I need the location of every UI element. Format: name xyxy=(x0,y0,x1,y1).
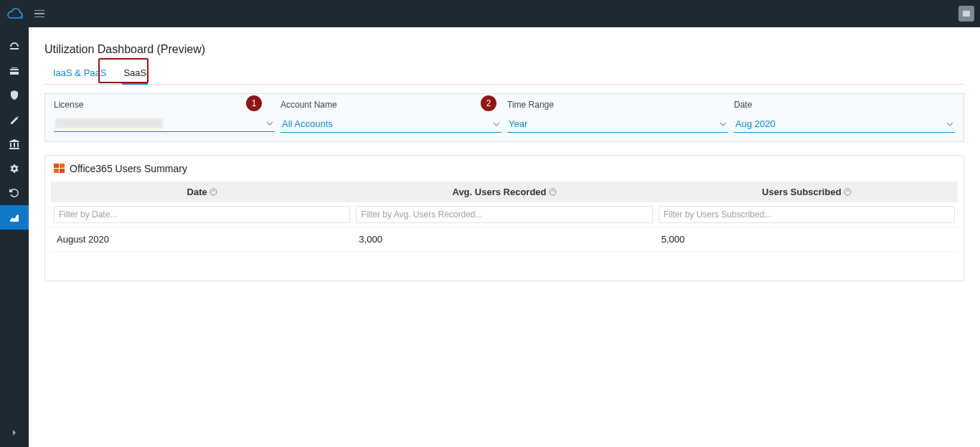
svg-rect-1 xyxy=(963,11,970,17)
table-spacer xyxy=(51,252,958,276)
cell-avg-users: 3,000 xyxy=(353,227,655,252)
filter-users-subscribed-input[interactable] xyxy=(659,206,955,223)
filter-date-label: Date xyxy=(734,100,955,110)
sidebar-item-settings[interactable] xyxy=(0,156,29,181)
main-content: Utilization Dashboard (Preview) IaaS & P… xyxy=(29,27,980,447)
tabs: IaaS & PaaS SaaS xyxy=(44,63,964,85)
filter-account-select[interactable]: All Accounts xyxy=(281,117,501,133)
sidebar-expand[interactable] xyxy=(0,428,29,437)
chevron-down-icon xyxy=(266,120,273,127)
chevron-down-icon xyxy=(493,121,500,128)
topbar xyxy=(0,0,980,27)
sort-icon xyxy=(209,188,217,196)
filter-timerange-label: Time Range xyxy=(507,100,728,110)
card-office365-summary: Office365 Users Summary Date Avg. Users … xyxy=(44,155,964,281)
svg-rect-4 xyxy=(54,169,59,173)
tab-saas[interactable]: SaaS xyxy=(115,63,155,84)
filter-license-value xyxy=(55,118,163,128)
filter-account-value: All Accounts xyxy=(282,118,333,129)
app-logo-icon xyxy=(6,7,24,20)
svg-rect-3 xyxy=(60,164,65,168)
callout-2: 2 xyxy=(481,95,496,111)
filter-date-input[interactable] xyxy=(54,206,350,223)
col-date-header[interactable]: Date xyxy=(51,182,353,202)
sidebar-item-history[interactable] xyxy=(0,181,29,205)
sidebar-item-dashboard[interactable] xyxy=(0,34,29,59)
filter-license-label: License xyxy=(54,100,275,110)
sidebar-item-accounts[interactable] xyxy=(0,59,29,83)
sidebar-item-security[interactable] xyxy=(0,83,29,108)
filter-timerange-select[interactable]: Year xyxy=(507,117,728,133)
filter-license-select[interactable] xyxy=(54,117,275,132)
card-title: Office365 Users Summary xyxy=(54,163,958,174)
filter-timerange-value: Year xyxy=(509,118,527,129)
filter-bar: 1 2 License Account Name All Accounts Ti… xyxy=(44,93,964,142)
page-title: Utilization Dashboard (Preview) xyxy=(44,43,964,56)
table-row: August 2020 3,000 5,000 xyxy=(51,227,958,252)
filter-avg-users-input[interactable] xyxy=(356,206,652,223)
col-users-subscribed-header[interactable]: Users Subscribed xyxy=(656,182,958,202)
office365-icon xyxy=(54,164,65,174)
sidebar xyxy=(0,27,29,447)
svg-rect-2 xyxy=(54,164,59,168)
table-filter-row xyxy=(51,202,958,227)
filter-account-label: Account Name xyxy=(281,100,501,110)
sidebar-item-analytics[interactable] xyxy=(0,205,29,230)
svg-point-0 xyxy=(20,16,23,19)
filter-date-select[interactable]: Aug 2020 xyxy=(734,117,955,133)
sidebar-item-policies[interactable] xyxy=(0,108,29,132)
sort-icon xyxy=(549,188,557,196)
user-avatar[interactable] xyxy=(958,6,974,22)
chevron-down-icon xyxy=(946,121,953,128)
cell-users-subscribed: 5,000 xyxy=(656,227,958,252)
menu-toggle-icon[interactable] xyxy=(32,7,47,21)
svg-rect-5 xyxy=(60,169,65,173)
col-avg-users-header[interactable]: Avg. Users Recorded xyxy=(353,182,655,202)
summary-table: Date Avg. Users Recorded Users Subscribe… xyxy=(51,182,958,276)
sort-icon xyxy=(844,188,852,196)
sidebar-item-governance[interactable] xyxy=(0,132,29,156)
tab-iaas-paas[interactable]: IaaS & PaaS xyxy=(44,63,115,84)
card-title-text: Office365 Users Summary xyxy=(70,163,187,174)
cell-date: August 2020 xyxy=(51,227,353,252)
callout-1: 1 xyxy=(246,95,262,111)
chevron-down-icon xyxy=(720,121,727,128)
filter-date-value: Aug 2020 xyxy=(735,118,776,129)
